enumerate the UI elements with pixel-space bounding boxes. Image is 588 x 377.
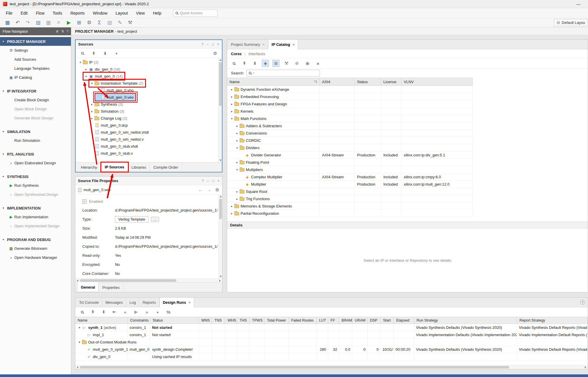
scroll-up-icon[interactable] xyxy=(219,195,222,198)
scroll-right-icon[interactable] xyxy=(218,279,222,283)
tree-item-synthesis[interactable]: ▸Synthesis(3) xyxy=(76,101,222,108)
tree-item-ip[interactable]: ▾IP(2) xyxy=(76,59,222,66)
flownav-item-generate-block-design[interactable]: Generate Block Design xyxy=(0,114,71,123)
tree-item-mult-gen-0-stub-v[interactable]: mult_gen_0_stub.v xyxy=(76,150,222,157)
catalog-row-divider-generator[interactable]: ◈Divider GeneratorAXI4-StreamProductionI… xyxy=(227,151,473,159)
step-forward-icon[interactable]: » xyxy=(143,308,150,315)
maximize-icon[interactable]: □ xyxy=(212,42,214,46)
flownav-section-synthesis[interactable]: ▾SYNTHESIS xyxy=(0,172,71,181)
browse-button[interactable]: … xyxy=(151,217,159,222)
runs-column-run-strategy[interactable]: Run Strategy xyxy=(414,317,517,324)
tree-item-mult-gen-0-vho[interactable]: mult_gen_0.vho xyxy=(76,87,222,94)
open-report-icon[interactable]: ▤ xyxy=(33,20,43,25)
close-icon[interactable]: × xyxy=(218,179,220,183)
expander-open-icon[interactable]: ▾ xyxy=(84,75,88,78)
column-header-name[interactable]: Name^1 xyxy=(227,78,320,85)
runs-column-failed-routes[interactable]: Failed Routes xyxy=(289,317,317,324)
run-row-synth-1[interactable]: ▾▷synth_1(active)constrs_1Not startedViv… xyxy=(75,324,588,331)
flownav-section-implementation[interactable]: ▾IMPLEMENTATION xyxy=(0,204,71,212)
catalog-row-dynamic-function-exchange[interactable]: ▸Dynamic Function eXchange xyxy=(227,86,473,93)
menu-layout[interactable]: Layout xyxy=(112,9,132,18)
collapse-all-icon[interactable]: ⇞ xyxy=(90,50,97,57)
flownav-section-project-manager[interactable]: ▾PROJECT MANAGER xyxy=(0,37,71,46)
console-tab-tcl-console[interactable]: Tcl Console xyxy=(76,298,102,307)
expander-closed-icon[interactable]: ▸ xyxy=(90,117,94,120)
catalog-row-kernels[interactable]: ▸Kernels xyxy=(227,108,473,115)
menu-flow[interactable]: Flow xyxy=(32,9,49,18)
help-icon[interactable]: ? xyxy=(580,300,585,305)
layout-selector-button[interactable]: ⊟ Default Layou xyxy=(554,19,588,26)
add-repository-icon[interactable]: ⊕ xyxy=(293,60,300,67)
highlight-icon[interactable]: ▧ xyxy=(105,20,115,25)
expander-closed-icon[interactable]: ▸ xyxy=(229,110,234,113)
runs-column-elapsed[interactable]: Elapsed xyxy=(394,317,414,324)
column-header-status[interactable]: Status xyxy=(355,78,381,85)
settings-gear-icon[interactable]: ⚙ xyxy=(212,50,219,57)
catalog-subtab-interfaces[interactable]: Interfaces xyxy=(248,52,265,56)
tree-item-div-gen-0[interactable]: ▸▣div_gen_0(16) xyxy=(76,66,222,73)
stop-icon[interactable]: ■ xyxy=(314,60,321,67)
console-tab-reports[interactable]: Reports xyxy=(139,298,159,307)
flownav-section-program-and-debug[interactable]: ▾PROGRAM AND DEBUG xyxy=(0,235,71,244)
expand-all-icon[interactable]: ⇟ xyxy=(251,60,258,67)
flownav-item-run-synthesis[interactable]: ▶Run Synthesis xyxy=(0,181,71,190)
search-icon[interactable] xyxy=(79,308,86,315)
run-row-out-of-context-module-runs[interactable]: ▾Out-of-Context Module Runs xyxy=(75,338,588,346)
menu-reports[interactable]: Reports xyxy=(66,9,89,18)
runs-column-lut[interactable]: LUT xyxy=(317,317,328,324)
delete-icon[interactable]: ✕ xyxy=(53,20,64,25)
settings-gear-icon[interactable]: ⚙ xyxy=(84,20,94,25)
tree-item-mult-gen-0-sim-netlist-v[interactable]: mult_gen_0_sim_netlist.v xyxy=(76,136,222,143)
catalog-row-floating-point[interactable]: ▸Floating Point xyxy=(227,159,473,166)
expander-closed-icon[interactable]: ▸ xyxy=(229,88,234,91)
flownav-section-ip-integrator[interactable]: ▾IP INTEGRATOR xyxy=(0,87,71,95)
scroll-left-icon[interactable] xyxy=(75,279,79,283)
maximize-icon[interactable]: □ xyxy=(212,179,214,183)
runs-column-ff[interactable]: FF xyxy=(328,317,339,324)
expander-closed-icon[interactable]: ▸ xyxy=(235,132,239,135)
scrollbar-thumb[interactable] xyxy=(219,62,222,106)
runs-column-name[interactable]: Name xyxy=(75,317,128,324)
search-icon[interactable] xyxy=(79,50,86,57)
expander-closed-icon[interactable]: ▸ xyxy=(235,161,239,164)
properties-panel-header[interactable]: Source File Properties ?–□× xyxy=(75,177,222,185)
sources-scrollbar[interactable] xyxy=(218,58,222,162)
add-sources-icon[interactable]: + xyxy=(113,50,120,57)
scroll-down-icon[interactable] xyxy=(219,275,222,278)
type-combo[interactable]: Verilog Template xyxy=(115,216,148,223)
runs-column-ths[interactable]: THS xyxy=(237,317,250,324)
expander-closed-icon[interactable]: ▸ xyxy=(235,139,239,142)
run-row-div-gen-0[interactable]: ✓div_gen_0Using cached IP results xyxy=(75,353,588,360)
collapse-all-icon[interactable]: ⇞ xyxy=(241,60,248,67)
expander-closed-icon[interactable]: ▸ xyxy=(90,103,94,106)
help-icon[interactable]: ? xyxy=(201,42,203,46)
runs-column-tns[interactable]: TNS xyxy=(212,317,225,324)
console-tab-messages[interactable]: Messages xyxy=(102,298,126,307)
menu-view[interactable]: View xyxy=(132,9,149,18)
flownav-section-simulation[interactable]: ▾SIMULATION xyxy=(0,127,71,136)
flownav-item-ip-catalog[interactable]: ▣IP Catalog xyxy=(0,73,71,82)
edit-pencil-icon[interactable]: ✎ xyxy=(115,20,125,25)
runs-column-whs[interactable]: WHS xyxy=(225,317,237,324)
relaunch-icon[interactable]: % xyxy=(165,308,172,315)
properties-tab-properties[interactable]: Properties xyxy=(99,283,123,292)
sources-tab-hierarchy[interactable]: Hierarchy xyxy=(77,163,101,172)
save-icon[interactable]: ▦ xyxy=(2,20,13,25)
properties-tab-general[interactable]: General xyxy=(77,282,99,292)
expander-closed-icon[interactable]: ▸ xyxy=(235,190,239,193)
catalog-subtab-cores[interactable]: Cores xyxy=(231,52,242,56)
tree-item-mult-gen-0-sim-netlist-vhdl[interactable]: mult_gen_0_sim_netlist.vhdl xyxy=(76,129,222,136)
tree-item-mult-gen-0-veo[interactable]: mult_gen_0.veo xyxy=(76,94,222,101)
runs-column-uram[interactable]: URAM xyxy=(352,317,368,324)
column-header-axi4[interactable]: AXI4 xyxy=(320,78,355,85)
tree-item-change-log[interactable]: ▸Change Log(1) xyxy=(76,115,222,122)
run-icon[interactable]: ▶ xyxy=(64,20,74,25)
properties-hscrollbar[interactable] xyxy=(75,278,222,282)
sources-tab-libraries[interactable]: Libraries xyxy=(128,163,150,172)
expander-open-icon[interactable]: ▾ xyxy=(77,326,82,329)
catalog-row-complex-multiplier[interactable]: ◈Complex MultiplierAXI4-StreamProduction… xyxy=(227,173,473,181)
help-icon[interactable]: ? xyxy=(202,179,204,183)
catalog-row-cordic[interactable]: ▸CORDIC xyxy=(227,137,473,144)
expand-all-icon[interactable]: ⇟ xyxy=(102,50,109,57)
close-icon[interactable]: × xyxy=(293,42,295,47)
